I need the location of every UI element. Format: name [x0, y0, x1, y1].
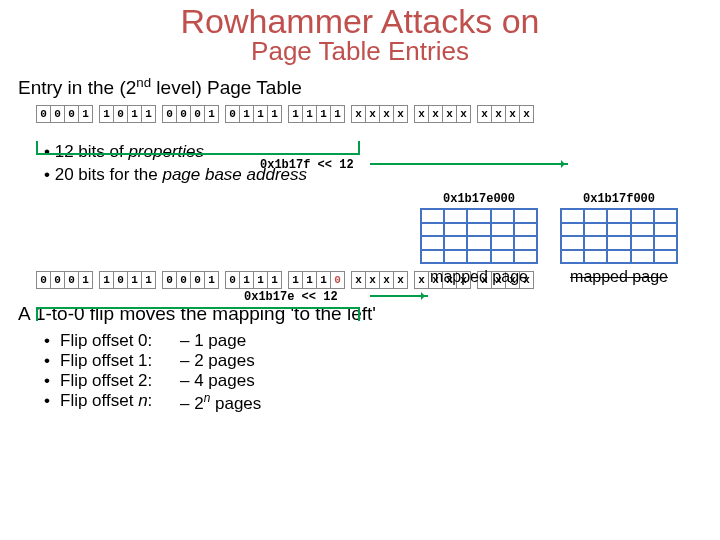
flip-row-1: •Flip offset 1:– 2 pages: [44, 351, 720, 371]
heading-pte: Entry in the (2nd level) Page Table: [18, 75, 720, 99]
page-right-caption: mapped page: [560, 268, 678, 286]
page-left-label: 0x1b17e000: [420, 192, 538, 206]
page-right-label: 0x1b17f000: [560, 192, 678, 206]
page-left-grid: [420, 208, 538, 264]
bullet-base-address: 20 bits for the page base address: [44, 164, 720, 187]
slide-subtitle: Page Table Entries: [0, 36, 720, 67]
page-box-left: 0x1b17e000 mapped page: [420, 192, 538, 286]
bracket-top: [36, 141, 360, 155]
arrow-top-to-page: [370, 163, 568, 165]
page-left-caption: mapped page: [420, 268, 538, 286]
bracket-bottom: [36, 307, 360, 321]
addr-label-top: 0x1b17f << 12: [260, 158, 354, 172]
page-box-right: 0x1b17f000 mapped page: [560, 192, 678, 286]
flip-offset-list: •Flip offset 0:– 1 page •Flip offset 1:–…: [44, 331, 720, 414]
addr-label-bottom: 0x1b17e << 12: [244, 290, 338, 304]
bit-row-original: 0001 1011 0001 0111 1111 xxxx xxxx xxxx: [36, 105, 720, 123]
slide-title: Rowhammer Attacks on: [0, 0, 720, 40]
flipped-bit: 0: [330, 271, 345, 289]
flip-row-0: •Flip offset 0:– 1 page: [44, 331, 720, 351]
flip-row-n: •Flip offset n:– 2n pages: [44, 391, 720, 414]
arrow-bottom-to-page: [370, 295, 428, 297]
page-right-grid: [560, 208, 678, 264]
flip-row-2: •Flip offset 2:– 4 pages: [44, 371, 720, 391]
